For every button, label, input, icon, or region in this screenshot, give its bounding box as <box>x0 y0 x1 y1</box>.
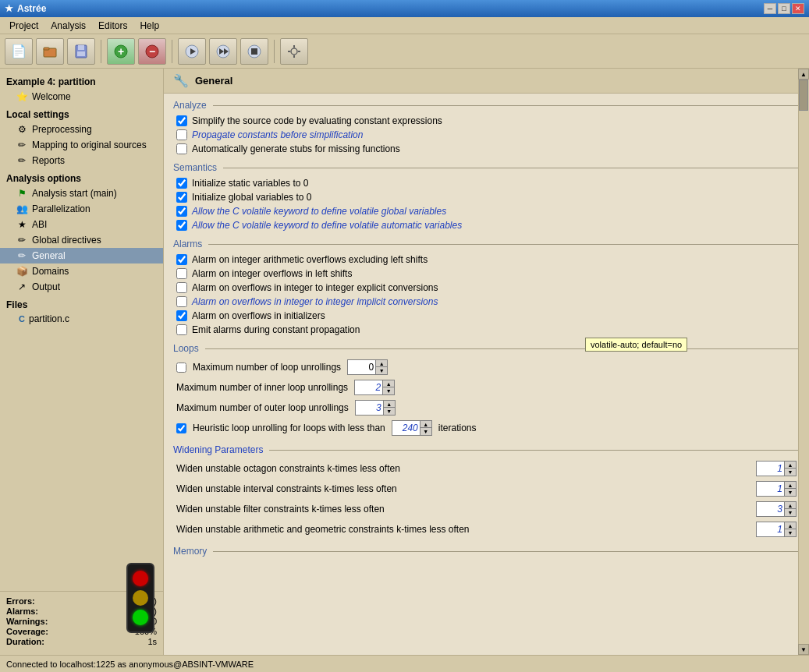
toolbar-add-button[interactable]: + <box>107 38 135 65</box>
sidebar-item-preprocessing[interactable]: ⚙ Preprocessing <box>0 122 163 137</box>
widen1-down-arrow[interactable]: ▼ <box>785 489 796 496</box>
sidebar-item-output[interactable]: ↗ Output <box>0 279 163 295</box>
sidebar-preprocessing-label: Preprocessing <box>32 124 92 135</box>
toolbar-remove-button[interactable]: − <box>138 38 166 65</box>
loop0-input[interactable] <box>348 360 375 374</box>
widen0-down-arrow[interactable]: ▼ <box>785 469 796 476</box>
menu-help[interactable]: Help <box>133 19 165 33</box>
loop1-input[interactable] <box>355 380 382 394</box>
sidebar-item-global-directives[interactable]: ✏ Global directives <box>0 232 163 248</box>
toolbar-step-button[interactable] <box>209 38 237 65</box>
loop2-arrows: ▲ ▼ <box>383 401 395 415</box>
alm4-label[interactable]: Alarm on overflows in integer to integer… <box>192 296 438 307</box>
welcome-icon: ⭐ <box>16 90 28 103</box>
title-bar: ★ Astrée ─ □ ✕ <box>0 0 809 17</box>
maximize-button[interactable]: □ <box>778 3 790 14</box>
widen2-up-arrow[interactable]: ▲ <box>785 502 796 509</box>
sidebar-item-parallelization[interactable]: 👥 Parallelization <box>0 201 163 217</box>
alm6-label[interactable]: Emit alarms during constant propagation <box>192 324 360 335</box>
toolbar-stop-button[interactable] <box>240 38 268 65</box>
loop2-up-arrow[interactable]: ▲ <box>384 401 395 408</box>
alm1-checkbox[interactable] <box>176 254 187 265</box>
alm2-label[interactable]: Alarm on integer overflows in left shift… <box>192 268 352 279</box>
loop0-checkbox[interactable] <box>176 363 186 373</box>
sem2-label[interactable]: Initialize global variables to 0 <box>192 192 311 203</box>
widen3-spin: ▲ ▼ <box>756 522 797 537</box>
loop3-checkbox[interactable] <box>176 423 186 433</box>
sidebar-item-reports[interactable]: ✏ Reports <box>0 153 163 168</box>
sem1-label[interactable]: Initialize static variables to 0 <box>192 178 308 189</box>
sidebar-item-domains[interactable]: 📦 Domains <box>0 263 163 279</box>
alm5-checkbox[interactable] <box>176 310 187 321</box>
toolbar-settings-button[interactable] <box>280 38 308 65</box>
toolbar-open-button[interactable] <box>36 38 64 65</box>
loop3-up-arrow[interactable]: ▲ <box>420 421 431 428</box>
widen2-input[interactable] <box>757 502 784 516</box>
loop3-label: Heuristic loop unrolling for loops with … <box>193 423 385 433</box>
toolbar-save-button[interactable] <box>67 38 95 65</box>
scroll-up-button[interactable]: ▲ <box>798 69 809 80</box>
loop2-input[interactable] <box>356 401 383 415</box>
analyze-opt1-label[interactable]: Simplify the source code by evaluating c… <box>192 115 442 126</box>
loop2-down-arrow[interactable]: ▼ <box>384 408 395 415</box>
alm4-checkbox[interactable] <box>176 296 187 307</box>
sidebar-mapping-label: Mapping to original sources <box>32 140 147 150</box>
widen1-up-arrow[interactable]: ▲ <box>785 482 796 489</box>
alm3-label[interactable]: Alarm on overflows in integer to integer… <box>192 282 438 293</box>
loop0-up-arrow[interactable]: ▲ <box>376 360 387 367</box>
minimize-button[interactable]: ─ <box>764 3 776 14</box>
menu-analysis[interactable]: Analysis <box>44 19 92 33</box>
widen3-down-arrow[interactable]: ▼ <box>785 529 796 536</box>
coverage-label: Coverage: <box>6 627 48 636</box>
menu-project[interactable]: Project <box>3 19 44 33</box>
widen1-input[interactable] <box>757 482 784 496</box>
loop3-down-arrow[interactable]: ▼ <box>420 428 431 435</box>
widen1-label: Widen unstable interval constraints k-ti… <box>176 483 750 494</box>
sem3-checkbox[interactable] <box>176 206 187 217</box>
close-button[interactable]: ✕ <box>792 3 804 14</box>
analyze-opt1-checkbox[interactable] <box>176 115 187 126</box>
widen0-up-arrow[interactable]: ▲ <box>785 462 796 469</box>
sidebar-item-welcome[interactable]: ⭐ Welcome <box>0 89 163 104</box>
analyze-opt2-label[interactable]: Propagate constants before simplificatio… <box>192 129 363 140</box>
sem3-label[interactable]: Allow the C volatile keyword to define v… <box>192 206 446 217</box>
scrollbar[interactable]: ▲ ▼ <box>798 69 809 655</box>
loop1-spin: ▲ ▼ <box>354 380 395 395</box>
duration-row: Duration: 1s <box>6 637 157 646</box>
sidebar-global-directives-label: Global directives <box>32 235 101 246</box>
scroll-down-button[interactable]: ▼ <box>798 644 809 655</box>
widen3-up-arrow[interactable]: ▲ <box>785 522 796 529</box>
toolbar-play-button[interactable] <box>178 38 206 65</box>
loop0-down-arrow[interactable]: ▼ <box>376 367 387 374</box>
widen3-input[interactable] <box>757 522 784 536</box>
alm6-checkbox[interactable] <box>176 324 187 335</box>
sidebar-item-general[interactable]: ✏ General <box>0 248 163 263</box>
sidebar-item-mapping[interactable]: ✏ Mapping to original sources <box>0 137 163 153</box>
sem4-checkbox[interactable] <box>176 220 187 231</box>
widen2-down-arrow[interactable]: ▼ <box>785 509 796 516</box>
sidebar-item-partition-c[interactable]: C partition.c <box>0 312 163 326</box>
toolbar-new-button[interactable]: 📄 <box>5 38 33 65</box>
sem1-checkbox[interactable] <box>176 178 187 189</box>
sem2-checkbox[interactable] <box>176 192 187 203</box>
alm5-label[interactable]: Alarm on overflows in initializers <box>192 310 325 321</box>
analyze-opt2-checkbox[interactable] <box>176 129 187 140</box>
svg-text:+: + <box>118 45 124 58</box>
loop1-down-arrow[interactable]: ▼ <box>383 387 394 394</box>
alm1-label[interactable]: Alarm on integer arithmetic overflows ex… <box>192 254 428 265</box>
analyze-opt3-label[interactable]: Automatically generate stubs for missing… <box>192 143 400 154</box>
scroll-thumb[interactable] <box>799 80 808 111</box>
alarms-label: Alarms: <box>6 607 38 616</box>
loop1-up-arrow[interactable]: ▲ <box>383 380 394 387</box>
sem4-label[interactable]: Allow the C volatile keyword to define v… <box>192 220 462 231</box>
menu-editors[interactable]: Editors <box>92 19 133 33</box>
alm2-checkbox[interactable] <box>176 268 187 279</box>
analyze-opt3-checkbox[interactable] <box>176 143 187 154</box>
sidebar-item-abi[interactable]: ★ ABI <box>0 217 163 232</box>
alm3-checkbox[interactable] <box>176 282 187 293</box>
widen0-input[interactable] <box>757 462 784 476</box>
sidebar-welcome-label: Welcome <box>32 91 71 102</box>
sidebar-item-analysis-start[interactable]: ⚑ Analysis start (main) <box>0 186 163 201</box>
loop3-input[interactable] <box>392 421 420 435</box>
loop3-arrows: ▲ ▼ <box>420 421 431 435</box>
